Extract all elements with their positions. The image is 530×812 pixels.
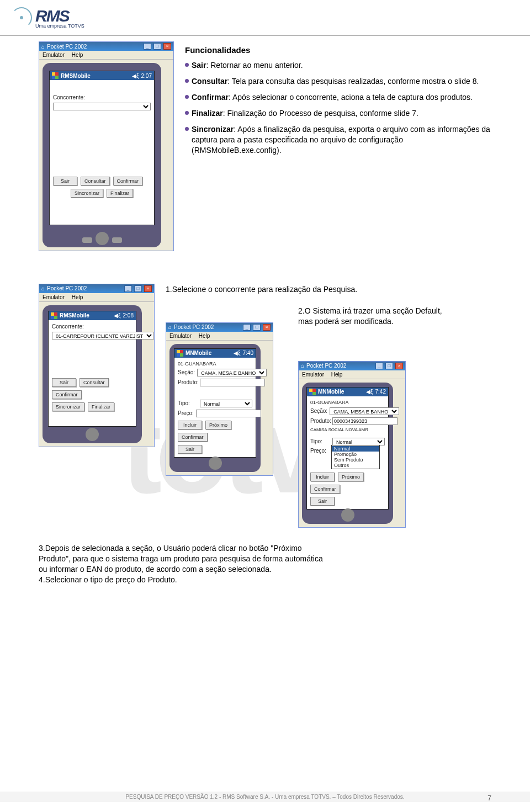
logo-text: RMS <box>35 7 84 25</box>
emulator-window-1: ⌂ Pocket PC 2002 _ □ × Emulator Help RMS… <box>39 41 174 251</box>
secao-select[interactable]: CAMA, MESA E BANHO <box>330 407 399 415</box>
preco-input[interactable] <box>196 410 261 417</box>
label-consultar: Consultar <box>192 77 227 86</box>
maximize-button[interactable]: □ <box>153 43 161 50</box>
minimize-button[interactable]: _ <box>124 285 132 292</box>
produto-input[interactable] <box>332 417 398 425</box>
dropdown-option[interactable]: Normal <box>332 446 379 452</box>
sair-button[interactable]: Sair <box>53 177 77 185</box>
minimize-button[interactable]: _ <box>144 43 151 50</box>
label-tipo: Tipo: <box>310 438 330 444</box>
finalizar-button[interactable]: Finalizar <box>107 189 133 198</box>
maximize-button[interactable]: □ <box>385 363 393 369</box>
finalizar-button[interactable]: Finalizar <box>88 402 114 411</box>
maximize-button[interactable]: □ <box>134 285 142 292</box>
windows-flag-icon <box>177 350 183 357</box>
windows-flag-icon <box>51 312 57 319</box>
close-button[interactable]: × <box>395 363 403 369</box>
produto-input[interactable] <box>200 379 265 386</box>
sair-button[interactable]: Sair <box>178 445 202 454</box>
app-title: RMSMobile <box>61 73 132 79</box>
menu-help[interactable]: Help <box>199 333 210 339</box>
label-finalizar: Finalizar <box>192 109 223 118</box>
page-header: RMS Uma empresa TOTVS <box>0 0 530 36</box>
speaker-icon: ◀ξ <box>234 350 240 356</box>
sincronizar-button[interactable]: Sincronizar <box>71 189 103 198</box>
emulator-title: Pocket PC 2002 <box>174 324 241 330</box>
app-title: MNMobile <box>318 389 366 395</box>
app-title: RMSMobile <box>60 312 114 319</box>
header-line: 01-GUANABARA <box>178 361 252 367</box>
funcionalidades-block: Funcionalidades Sair: Retornar ao menu a… <box>185 41 491 161</box>
menu-emulator[interactable]: Emulator <box>302 371 324 378</box>
confirmar-button[interactable]: Confirmar <box>310 485 340 493</box>
consultar-button[interactable]: Consultar <box>81 177 110 185</box>
menu-emulator[interactable]: Emulator <box>169 333 192 339</box>
emulator-title: Pocket PC 2002 <box>47 44 141 50</box>
desc-sair: : Retornar ao menu anterior. <box>206 61 303 70</box>
maximize-button[interactable]: □ <box>253 324 261 331</box>
tipo-dropdown-open[interactable]: Normal Promoção Sem Produto Outros <box>331 445 380 469</box>
pocket-pc-icon: ⌂ <box>168 324 172 330</box>
menu-emulator[interactable]: Emulator <box>43 294 65 300</box>
emulator-window-2: ⌂ Pocket PC 2002 _ □ × Emulator Help RMS… <box>39 284 155 447</box>
emulator-window-4: ⌂ Pocket PC 2002 _ □ × Emulator Help MNM… <box>298 361 406 528</box>
menu-help[interactable]: Help <box>72 294 83 300</box>
step2-text: 2.O Sistema irá trazer uma seção Default… <box>298 306 453 327</box>
step1-text: 1.Selecione o concorrente para realizaçã… <box>166 284 491 295</box>
desc-confirmar: : Após selecionar o concorrente, aciona … <box>229 93 473 102</box>
menu-help[interactable]: Help <box>72 52 83 58</box>
dropdown-option[interactable]: Promoção <box>332 452 379 457</box>
funcionalidades-title: Funcionalidades <box>185 45 491 56</box>
menu-emulator[interactable]: Emulator <box>43 52 65 58</box>
concorrente-select[interactable]: 01-CARREFOUR (CLIENTE VAREJIST <box>52 332 154 339</box>
incluir-button[interactable]: Incluir <box>310 473 335 481</box>
dpad-icon <box>341 508 354 522</box>
speaker-icon: ◀ξ <box>114 312 120 319</box>
sair-button[interactable]: Sair <box>52 378 76 387</box>
menu-help[interactable]: Help <box>331 371 343 378</box>
pocket-pc-icon: ⌂ <box>41 44 45 50</box>
label-secao: Seção: <box>178 369 195 375</box>
label-confirmar: Confirmar <box>192 93 229 102</box>
proximo-button[interactable]: Próximo <box>338 473 364 481</box>
windows-flag-icon <box>52 72 59 79</box>
desc-sincronizar: : Após a finalização da pesquisa, export… <box>192 125 490 155</box>
close-button[interactable]: × <box>163 43 171 50</box>
dpad-icon <box>86 428 99 441</box>
header-line: 01-GUANABARA <box>310 400 385 405</box>
tipo-select[interactable]: Normal <box>200 400 252 407</box>
label-preco: Preço: <box>178 410 194 416</box>
sair-button[interactable]: Sair <box>310 497 335 506</box>
tipo-select[interactable]: Normal <box>332 438 385 445</box>
minimize-button[interactable]: _ <box>243 324 251 331</box>
label-concorrente: Concorrente: <box>53 94 85 100</box>
clock-time: 2:07 <box>141 73 152 79</box>
dropdown-option[interactable]: Sem Produto <box>332 457 379 463</box>
confirmar-button[interactable]: Confirmar <box>113 177 143 185</box>
minimize-button[interactable]: _ <box>375 363 383 369</box>
incluir-button[interactable]: Incluir <box>178 421 202 429</box>
confirmar-button[interactable]: Confirmar <box>52 390 82 399</box>
confirmar-button[interactable]: Confirmar <box>178 433 208 442</box>
clock-time: 2:08 <box>123 312 134 319</box>
label-preco: Preço: <box>310 448 330 454</box>
label-secao: Seção: <box>310 408 327 414</box>
dpad-icon <box>96 232 109 245</box>
dpad-icon <box>209 457 222 470</box>
windows-flag-icon <box>309 389 316 395</box>
step4-text: 4.Selecionar o tipo de preço do Produto. <box>39 575 326 585</box>
label-sincronizar: Sincronizar <box>192 125 234 134</box>
proximo-button[interactable]: Próximo <box>205 421 231 429</box>
label-tipo: Tipo: <box>178 400 198 406</box>
emulator-title: Pocket PC 2002 <box>306 363 373 369</box>
consultar-button[interactable]: Consultar <box>80 378 109 387</box>
dropdown-option[interactable]: Outros <box>332 463 379 468</box>
close-button[interactable]: × <box>144 285 152 292</box>
pocket-pc-icon: ⌂ <box>41 285 45 291</box>
sincronizar-button[interactable]: Sincronizar <box>52 402 84 411</box>
concorrente-select[interactable] <box>53 103 151 110</box>
close-button[interactable]: × <box>263 324 271 331</box>
step3-text: 3.Depois de selecionada a seção, o Usuár… <box>39 543 326 575</box>
secao-select[interactable]: CAMA, MESA E BANHO <box>197 369 267 376</box>
